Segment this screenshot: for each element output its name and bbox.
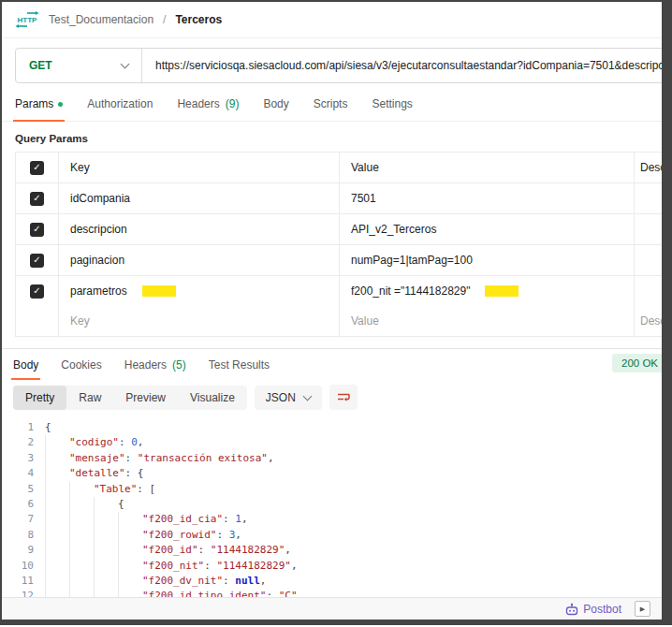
code-content: "Table": [: [45, 482, 155, 497]
token-z: null: [235, 574, 260, 589]
tab-settings[interactable]: Settings: [372, 87, 412, 121]
param-value-text: f200_nit ="1144182829": [351, 284, 470, 298]
token-p: ,: [291, 559, 298, 574]
tab-label: Test Results: [209, 358, 270, 372]
view-raw[interactable]: Raw: [66, 386, 113, 410]
wrap-lines-button[interactable]: [329, 385, 358, 410]
breadcrumb-collection[interactable]: Test_Documentacion: [49, 13, 153, 26]
param-checkbox-cell: [16, 245, 59, 275]
table-rows: idCompania7501descripcionAPI_v2_Terceros…: [16, 183, 662, 306]
code-content: "codigo": 0,: [45, 435, 143, 450]
param-key-cell[interactable]: parametros: [59, 276, 340, 306]
response-tab-test-results[interactable]: Test Results: [209, 349, 270, 380]
tab-label: Params: [15, 97, 53, 110]
param-key-cell[interactable]: idCompania: [59, 183, 340, 213]
param-key-text: idCompania: [70, 192, 130, 205]
key-placeholder: Key: [70, 314, 90, 328]
code-content: "f200_dv_nit": null,: [45, 574, 266, 589]
view-visualize[interactable]: Visualize: [178, 386, 247, 410]
tab-scripts[interactable]: Scripts: [314, 87, 348, 121]
method-selector[interactable]: GET: [16, 49, 141, 82]
param-checkbox[interactable]: [30, 254, 44, 268]
tab-label: Body: [13, 358, 38, 372]
param-key-cell[interactable]: paginacion: [59, 245, 340, 275]
tab-body[interactable]: Body: [263, 87, 288, 121]
token-k: "mensaje": [69, 451, 125, 466]
param-description-cell[interactable]: [635, 183, 662, 213]
code-content: "mensaje": "transacción exitosa",: [45, 451, 274, 466]
indent-guide: [45, 543, 69, 558]
token-k: "f200_id": [142, 543, 198, 558]
indent-guide: [45, 451, 69, 466]
indent-guide: [69, 559, 94, 574]
bottom-panel-toggle-button[interactable]: ▶: [635, 601, 650, 617]
format-selector[interactable]: JSON: [255, 386, 322, 410]
postbot-robot-icon: [565, 603, 578, 616]
tab-label: Settings: [372, 97, 412, 110]
param-description-cell[interactable]: [635, 214, 662, 244]
select-all-checkbox[interactable]: [30, 161, 44, 175]
indent-guide: [118, 559, 142, 574]
tab-label: Body: [263, 97, 288, 110]
indent-guide: [69, 497, 94, 512]
line-number: 7: [2, 512, 34, 527]
url-input[interactable]: https://serviciosqa.siesacloud.com/api/s…: [142, 59, 662, 72]
token-k: "codigo": [69, 435, 119, 450]
window-frame: HTTP Test_Documentacion / Terceros GET h…: [0, 0, 672, 627]
indent-guide: [118, 512, 142, 527]
tab-headers[interactable]: Headers(9): [177, 87, 239, 121]
token-p: :: [198, 543, 211, 558]
line-number: 5: [2, 482, 34, 497]
view-preview[interactable]: Preview: [113, 386, 178, 410]
response-tab-cookies[interactable]: Cookies: [61, 349, 101, 380]
param-checkbox[interactable]: [30, 192, 44, 206]
param-key-cell[interactable]: descripcion: [59, 214, 340, 244]
response-toolbar: PrettyRawPreviewVisualize JSON: [2, 380, 662, 417]
footer-bar: Postbot ▶: [2, 597, 662, 620]
indent-guide: [94, 497, 118, 512]
highlight-marker: [485, 285, 519, 297]
param-description-cell[interactable]: [635, 245, 662, 275]
indent-guide: [45, 528, 69, 543]
header-description-cell: Description: [635, 153, 662, 182]
indent-guide: [94, 543, 118, 558]
indent-guide: [45, 435, 69, 450]
breadcrumb-request-name[interactable]: Terceros: [175, 13, 222, 26]
param-value-text: API_v2_Terceros: [351, 223, 436, 236]
new-param-description-input[interactable]: Description: [635, 306, 662, 336]
postbot-button[interactable]: Postbot: [565, 603, 621, 616]
token-n: 0: [131, 435, 138, 450]
indent-guide: [45, 574, 69, 589]
code-line: 8"f200_rowid": 3,: [2, 528, 662, 543]
table-row: parametrosf200_nit ="1144182829": [16, 276, 662, 306]
code-line: 7"f200_id_cia": 1,: [2, 512, 662, 527]
new-param-value-input[interactable]: Value: [340, 306, 635, 336]
line-number: 11: [2, 574, 34, 589]
tab-label: Scripts: [314, 97, 348, 110]
response-tab-headers[interactable]: Headers(5): [124, 349, 186, 380]
new-param-key-input[interactable]: Key: [59, 306, 340, 336]
indent-guide: [45, 482, 69, 497]
response-tabs: BodyCookiesHeaders(5)Test Results: [13, 349, 270, 380]
token-s: "1144182829": [216, 559, 290, 574]
view-pretty[interactable]: Pretty: [13, 386, 66, 410]
param-value-cell[interactable]: API_v2_Terceros: [340, 214, 635, 244]
token-p: {: [138, 466, 144, 481]
breadcrumb-separator: /: [163, 13, 166, 26]
param-value-cell[interactable]: numPag=1|tamPag=100: [340, 245, 635, 275]
param-description-cell[interactable]: [635, 276, 662, 306]
indent-guide: [45, 466, 69, 481]
param-value-cell[interactable]: 7501: [340, 183, 635, 213]
column-header-key: Key: [70, 161, 90, 174]
code-content: {: [45, 420, 51, 435]
token-p: {: [45, 420, 51, 435]
response-tab-body[interactable]: Body: [13, 349, 38, 380]
param-checkbox[interactable]: [30, 223, 44, 237]
tab-params[interactable]: Params: [15, 87, 63, 121]
code-line: 1{: [2, 420, 662, 435]
param-value-cell[interactable]: f200_nit ="1144182829": [340, 276, 635, 306]
tab-authorization[interactable]: Authorization: [87, 87, 153, 121]
code-line: 5"Table": [: [2, 482, 662, 497]
param-checkbox[interactable]: [30, 284, 44, 299]
token-n: 1: [235, 512, 241, 527]
